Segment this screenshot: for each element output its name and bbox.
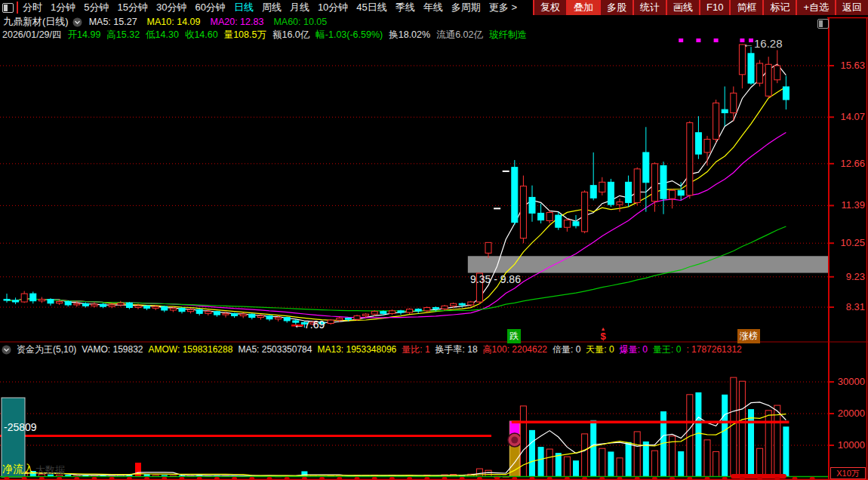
menu-item-14[interactable]: 更多 > — [489, 1, 517, 14]
flow-bar-up — [704, 440, 710, 477]
candle-up — [485, 242, 491, 253]
flow-bar-up — [651, 451, 657, 476]
chevron-down-circle-icon[interactable] — [72, 17, 82, 27]
seal-badge-icon — [511, 437, 518, 444]
candle-down — [660, 165, 666, 198]
candle-down — [48, 300, 54, 303]
tool-button-4[interactable]: 画线 — [666, 0, 699, 15]
candle-up — [520, 186, 526, 238]
candle-down — [722, 109, 728, 112]
menu-item-12[interactable]: 年线 — [423, 1, 443, 14]
candle-down — [529, 197, 535, 213]
candle-up — [634, 169, 640, 203]
candle-up — [468, 302, 474, 305]
candle-up — [713, 103, 719, 139]
tool-button-1[interactable]: 叠加 — [566, 0, 599, 15]
info-segment-6: 额16.0亿 — [272, 29, 309, 42]
dollar-marker[interactable]: ▲ $ — [597, 327, 609, 341]
candle-down — [179, 308, 185, 311]
chevron-down-circle-icon[interactable] — [2, 345, 11, 355]
indicator-segment-0: 资金为王(5,10) — [17, 343, 76, 356]
tool-buttons: 复权叠加多股统计画线F10简框标记+自选返回 — [533, 0, 868, 15]
candle-down — [748, 54, 754, 83]
band-range-label: 9.35 - 9.86 — [470, 273, 521, 285]
candle-up — [651, 164, 657, 202]
sub-axis-label: 10000 — [833, 439, 865, 451]
candle-up — [371, 312, 377, 314]
menu-item-9[interactable]: 10分钟 — [318, 1, 348, 14]
window-icon[interactable] — [2, 3, 14, 13]
mini-window-icon[interactable] — [817, 19, 829, 29]
menu-item-1[interactable]: 1分钟 — [51, 1, 75, 14]
sub-axis-label: 20000 — [833, 408, 865, 419]
up-rank-marker[interactable]: 涨榜 — [737, 329, 760, 343]
ma-value-0: MA5: 15.27 — [89, 17, 137, 27]
candle-down — [556, 215, 562, 227]
candle-down — [126, 303, 132, 307]
menu-item-6[interactable]: 日线 — [234, 1, 254, 14]
candle-up — [704, 139, 710, 152]
candle-up — [275, 318, 282, 319]
indicator-row: 资金为王(5,10)VAMO: 159832AMOW: 1598316288MA… — [2, 343, 742, 355]
stock-title: 九鼎新材(日线) — [3, 15, 69, 29]
tool-button-5[interactable]: F10 — [699, 0, 729, 15]
indicator-segment-11: 量王: 0 — [653, 343, 681, 356]
main-axis-label: 14.07 — [833, 111, 865, 122]
candle-up — [152, 306, 159, 308]
tool-button-6[interactable]: 简框 — [729, 0, 762, 15]
menu-item-4[interactable]: 30分钟 — [156, 1, 186, 14]
tool-button-3[interactable]: 统计 — [633, 0, 666, 15]
candle-down — [162, 306, 168, 310]
flow-bar-up — [485, 470, 491, 476]
candle-up — [617, 202, 623, 205]
candle-up — [57, 302, 63, 303]
down-rank-marker[interactable]: 跌 — [507, 329, 521, 343]
menu-item-2[interactable]: 5分钟 — [84, 1, 109, 14]
flow-bar-down — [573, 460, 579, 476]
candle-down — [590, 186, 596, 198]
candle-down — [4, 300, 10, 301]
tool-button-9[interactable]: 返回 — [835, 0, 868, 15]
main-axis-label: 10.25 — [833, 237, 865, 248]
flow-bar-down — [678, 451, 684, 477]
candle-up — [223, 313, 229, 315]
candle-up — [74, 303, 80, 305]
candle-down — [196, 309, 202, 313]
candle-down — [65, 302, 71, 305]
menu-item-7[interactable]: 周线 — [262, 1, 282, 14]
tool-button-0[interactable]: 复权 — [533, 0, 566, 15]
candle-down — [608, 182, 614, 205]
candle-up — [91, 304, 97, 306]
menu-item-3[interactable]: 15分钟 — [117, 1, 147, 14]
menu-item-8[interactable]: 月线 — [290, 1, 309, 14]
menu-item-13[interactable]: 多周期 — [451, 1, 481, 14]
info-segment-9: 流通6.02亿 — [436, 29, 483, 42]
menu-item-11[interactable]: 季线 — [396, 1, 415, 14]
info-segment-8: 换18.02% — [389, 29, 430, 42]
tool-button-8[interactable]: +自选 — [796, 0, 835, 15]
indicator-segment-8: 倍量: 0 — [553, 343, 580, 356]
watermark-text: 大数据 — [35, 463, 65, 477]
candle-down — [398, 311, 404, 312]
info-segment-3: 低14.30 — [146, 29, 179, 42]
menu-item-10[interactable]: 45日线 — [356, 1, 386, 14]
menu-item-0[interactable]: 分时 — [23, 1, 42, 14]
candle-up — [731, 93, 737, 112]
flow-bar-up — [713, 451, 719, 476]
candle-up — [170, 308, 176, 310]
flow-bar-up — [765, 411, 771, 477]
candle-up — [669, 190, 676, 198]
candle-down — [573, 222, 579, 226]
left-ref-line — [0, 435, 491, 437]
menu-item-5[interactable]: 60分钟 — [195, 1, 225, 14]
ma10-line — [7, 87, 786, 321]
flow-bar-down — [695, 392, 701, 477]
candle-down — [538, 213, 544, 220]
highlight-band — [468, 256, 829, 272]
tool-button-2[interactable]: 多股 — [599, 0, 633, 15]
top-signal-dot — [679, 38, 683, 42]
chart-canvas[interactable] — [0, 0, 868, 480]
candle-up — [188, 309, 194, 312]
tool-button-7[interactable]: 标记 — [762, 0, 796, 15]
info-segment-0: 2026/01/29/四 — [2, 29, 62, 42]
